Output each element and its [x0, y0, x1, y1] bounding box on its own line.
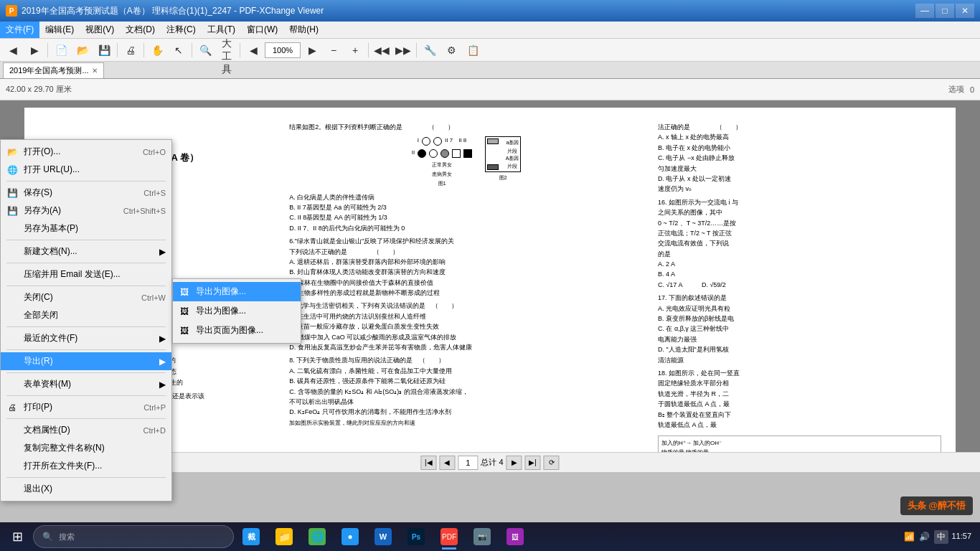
tool1[interactable]: 🔧 — [420, 42, 440, 59]
zoom-out-button[interactable]: ◀ — [243, 42, 263, 59]
menu-recent[interactable]: 最近的文件(F) ▶ — [1, 329, 171, 347]
menu-edit[interactable]: 编辑(E) — [39, 22, 80, 38]
watermark-prefix: 头条 @ — [908, 500, 938, 511]
menu-close[interactable]: 关闭(C) Ctrl+W — [1, 288, 171, 306]
volume-icon: 🔊 — [919, 532, 930, 542]
zoom-controls: ◀ ▶ − + — [243, 42, 365, 59]
magnify-tool[interactable]: 放大工具 — [217, 42, 237, 59]
menu-open-folder[interactable]: 打开所在文件夹(F)... — [1, 457, 171, 475]
file-menu: 📂 打开(O)... Ctrl+O 🌐 打开 URL(U)... 💾 保存(S)… — [0, 139, 172, 501]
menu-help[interactable]: 帮助(H) — [283, 22, 324, 38]
menu-open-url[interactable]: 🌐 打开 URL(U)... — [1, 161, 171, 179]
next-page-button[interactable]: ▶ — [507, 456, 522, 470]
menu-new-doc[interactable]: 新建文档(N)... ▶ — [1, 242, 171, 260]
zoom-in-btn[interactable]: 🔍 — [195, 42, 215, 59]
open-button[interactable]: 📂 — [72, 42, 93, 59]
forward-button[interactable]: ▶ — [24, 42, 44, 59]
menu-close-all[interactable]: 全部关闭 — [1, 306, 171, 324]
menu-form-data[interactable]: 表单资料(M) ▶ — [1, 375, 171, 393]
menu-window[interactable]: 窗口(W) — [241, 22, 283, 38]
menu-tools[interactable]: 工具(T) — [202, 22, 241, 38]
menu-view[interactable]: 视图(V) — [80, 22, 120, 38]
zoom-decrease[interactable]: − — [324, 42, 344, 59]
start-button[interactable]: ⊞ — [3, 524, 32, 550]
input-method: 中 — [934, 530, 948, 544]
print-button[interactable]: 🖨 — [121, 42, 141, 59]
page-total: 总计 4 — [481, 457, 503, 468]
screenshot-icon: 📷 — [473, 528, 491, 545]
save-button[interactable]: 💾 — [94, 42, 114, 59]
image2-icon: 🖼 — [177, 306, 192, 317]
export-page-as-image[interactable]: 🖼 导出页面为图像... — [173, 321, 301, 340]
tab-pdf[interactable]: 2019年全国高考预测... ✕ — [3, 62, 104, 78]
new-button[interactable]: 📄 — [51, 42, 71, 59]
main-area: 考预测试题（A 卷） 料综合 钟；试卷满分：300 分 的姓名和准考号写填写在答… — [0, 100, 980, 452]
back-button[interactable]: ◀ — [3, 42, 23, 59]
taskbar-app-capture[interactable]: 截 — [235, 524, 267, 550]
taskbar-app-viewer[interactable]: 🖼 — [499, 524, 531, 550]
tab-close-button[interactable]: ✕ — [92, 67, 98, 75]
watermark-brand: 醉不悟 — [938, 500, 966, 511]
prev-page-button[interactable]: ◀ — [439, 456, 455, 470]
menu-export[interactable]: 导出(R) ▶ — [1, 352, 171, 370]
first-page-button[interactable]: |◀ — [420, 456, 436, 470]
sep2 — [117, 43, 118, 57]
url-icon: 🌐 — [5, 164, 19, 176]
sep-2 — [6, 240, 166, 240]
taskbar-app-word[interactable]: W — [367, 524, 399, 550]
watermark: 头条 @醉不悟 — [900, 496, 973, 515]
menu-doc-props[interactable]: 文档属性(D) Ctrl+D — [1, 421, 171, 439]
menu-annotation[interactable]: 注释(C) — [161, 22, 202, 38]
menu-save[interactable]: 💾 保存(S) Ctrl+S — [1, 184, 171, 202]
blue-icon: ● — [341, 528, 359, 545]
sep-9 — [6, 418, 166, 419]
nav-right[interactable]: ▶▶ — [393, 42, 413, 59]
refresh-button[interactable]: ⟳ — [544, 456, 560, 470]
sep-5 — [6, 326, 166, 327]
menu-exit[interactable]: 退出(X) — [1, 480, 171, 498]
menu-email[interactable]: 压缩并用 Email 发送(E)... — [1, 265, 171, 283]
zoom-in-button[interactable]: ▶ — [302, 42, 322, 59]
sep-4 — [6, 286, 166, 286]
minimize-button[interactable]: — — [915, 4, 934, 18]
last-page-button[interactable]: ▶| — [525, 456, 541, 470]
select-label: 选项 — [948, 84, 964, 95]
zoom-input[interactable] — [265, 42, 301, 58]
export-as-image2[interactable]: 🖼 导出为图像... — [173, 301, 301, 321]
select-count: 0 — [970, 85, 974, 94]
taskbar-app-blue[interactable]: ● — [334, 524, 366, 550]
hand-tool[interactable]: ✋ — [147, 42, 167, 59]
maximize-button[interactable]: □ — [936, 4, 954, 18]
app-icon: P — [6, 5, 17, 17]
menu-save-basic[interactable]: 另存为基本(P) — [1, 220, 171, 237]
time-display: 11:57 — [951, 531, 971, 542]
taskbar-app-pdf[interactable]: PDF — [433, 524, 465, 550]
search-bar[interactable]: 🔍 搜索 — [33, 525, 234, 548]
tool2[interactable]: ⚙ — [441, 42, 461, 59]
clock: 11:57 — [951, 531, 971, 542]
nav-left[interactable]: ◀◀ — [372, 42, 392, 59]
close-button[interactable]: ✕ — [956, 4, 974, 18]
zoom-increase[interactable]: + — [345, 42, 365, 59]
menu-open[interactable]: 📂 打开(O)... Ctrl+O — [1, 143, 171, 161]
menu-file[interactable]: 文件(F) — [0, 22, 39, 38]
menu-print[interactable]: 🖨 打印(P) Ctrl+P — [1, 398, 171, 416]
taskbar-right: 📶 🔊 中 11:57 — [904, 530, 977, 544]
menu-save-as[interactable]: 💾 另存为(A) Ctrl+Shift+S — [1, 202, 171, 220]
tab-label: 2019年全国高考预测... — [9, 65, 89, 76]
tool3[interactable]: 📋 — [463, 42, 483, 59]
taskbar-app-ps[interactable]: Ps — [400, 524, 432, 550]
taskbar-app-screenshot[interactable]: 📷 — [466, 524, 498, 550]
search-icon: 🔍 — [42, 532, 53, 542]
taskbar-app-browser[interactable]: 🌐 — [301, 524, 333, 550]
save-icon: 💾 — [5, 187, 19, 199]
page-number-input[interactable] — [458, 456, 478, 470]
menu-copy-filename[interactable]: 复制完整文件名称(N) — [1, 439, 171, 457]
taskbar-app-explorer[interactable]: 📁 — [268, 524, 300, 550]
menu-document[interactable]: 文档(D) — [120, 22, 161, 38]
sep-10 — [6, 477, 166, 478]
select-tool[interactable]: ↖ — [169, 42, 189, 59]
export-as-image[interactable]: 🖼 导出为图像... — [173, 282, 301, 301]
capture-icon: 截 — [242, 528, 260, 545]
taskbar-apps: 截 📁 🌐 ● W Ps PDF 📷 🖼 — [235, 524, 903, 550]
